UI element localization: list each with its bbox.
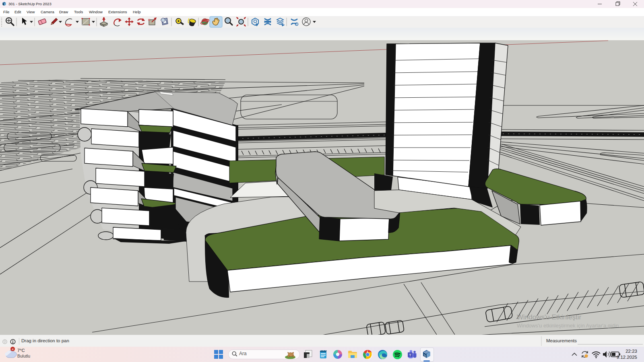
svg-text:4: 4 (12, 348, 14, 351)
svg-text:T: T (409, 353, 411, 357)
